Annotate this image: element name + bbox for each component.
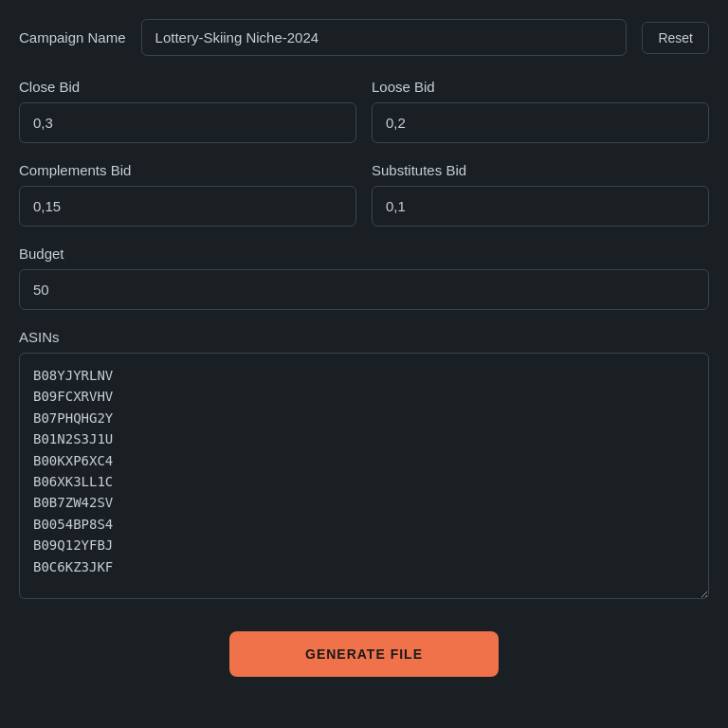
campaign-name-row: Campaign Name Reset	[19, 19, 709, 56]
campaign-name-label: Campaign Name	[19, 29, 126, 46]
substitutes-bid-group: Substitutes Bid	[372, 162, 709, 227]
budget-input[interactable]	[19, 269, 709, 310]
loose-bid-group: Loose Bid	[372, 79, 709, 143]
budget-label: Budget	[19, 246, 709, 262]
complements-bid-label: Complements Bid	[19, 162, 356, 178]
campaign-name-input[interactable]	[141, 19, 628, 56]
reset-button[interactable]: Reset	[642, 22, 709, 54]
loose-bid-input[interactable]	[372, 102, 709, 143]
generate-file-button[interactable]: GENERATE FILE	[229, 631, 499, 677]
generate-section: GENERATE FILE	[19, 631, 709, 677]
substitutes-bid-label: Substitutes Bid	[372, 162, 709, 178]
bid-row-1: Close Bid Loose Bid	[19, 79, 709, 143]
close-bid-group: Close Bid	[19, 79, 356, 143]
asins-label: ASINs	[19, 329, 709, 345]
complements-bid-input[interactable]	[19, 186, 356, 227]
complements-bid-group: Complements Bid	[19, 162, 356, 227]
bid-row-2: Complements Bid Substitutes Bid	[19, 162, 709, 227]
asins-section: ASINs	[19, 329, 709, 603]
loose-bid-label: Loose Bid	[372, 79, 709, 95]
close-bid-input[interactable]	[19, 102, 356, 143]
substitutes-bid-input[interactable]	[372, 186, 709, 227]
close-bid-label: Close Bid	[19, 79, 356, 95]
budget-section: Budget	[19, 246, 709, 310]
asins-textarea[interactable]	[19, 353, 709, 599]
